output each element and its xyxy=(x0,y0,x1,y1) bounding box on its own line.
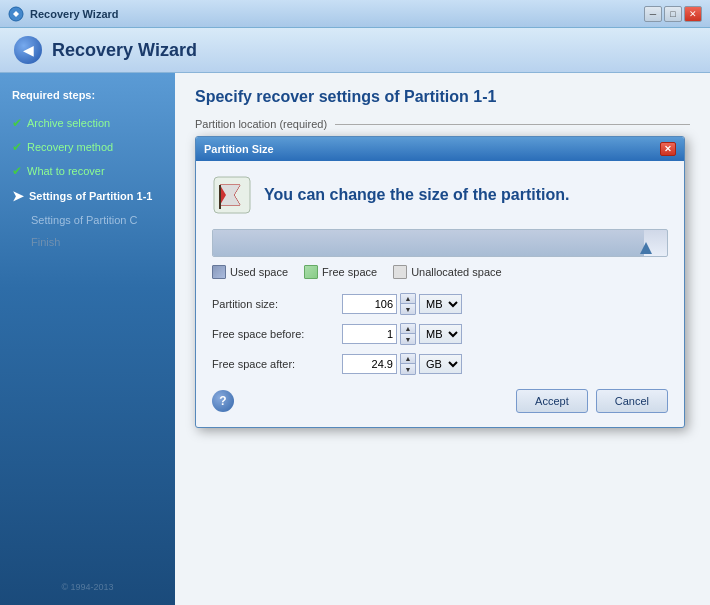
sidebar-item-recovery-method[interactable]: ✔ Recovery method xyxy=(0,135,175,159)
title-bar-left: Recovery Wizard xyxy=(8,6,119,22)
window-title: Recovery Wizard xyxy=(30,8,119,20)
free-space-after-input-group: ▲ ▼ GB MB KB xyxy=(342,353,462,375)
modal-header-row: You can change the size of the partition… xyxy=(212,175,668,215)
modal-title: Partition Size xyxy=(204,143,274,155)
free-space-item[interactable]: Free space xyxy=(304,265,377,279)
modal-footer-buttons: Accept Cancel xyxy=(516,389,668,413)
app-title: Recovery Wizard xyxy=(52,40,197,61)
free-space-before-down[interactable]: ▼ xyxy=(401,334,415,344)
back-button[interactable]: ◀ xyxy=(14,36,42,64)
content-area: Specify recover settings of Partition 1-… xyxy=(175,73,710,605)
partition-size-unit[interactable]: MB GB KB xyxy=(419,294,462,314)
used-space-item[interactable]: Used space xyxy=(212,265,288,279)
space-types-row: Used space Free space Unallocated space xyxy=(212,265,668,279)
partition-size-label: Partition size: xyxy=(212,298,342,310)
check-icon-what: ✔ xyxy=(12,164,22,178)
partition-size-input[interactable] xyxy=(342,294,397,314)
free-space-before-input[interactable] xyxy=(342,324,397,344)
sidebar-label-what: What to recover xyxy=(27,165,105,177)
partition-size-row: Partition size: ▲ ▼ MB GB KB xyxy=(212,293,668,315)
size-bar-fill xyxy=(213,230,644,256)
page-title: Specify recover settings of Partition 1-… xyxy=(195,88,690,106)
accept-button[interactable]: Accept xyxy=(516,389,588,413)
free-space-checkbox[interactable] xyxy=(304,265,318,279)
partition-size-up[interactable]: ▲ xyxy=(401,294,415,304)
svg-marker-5 xyxy=(640,242,652,254)
free-space-after-up[interactable]: ▲ xyxy=(401,354,415,364)
free-space-after-input[interactable] xyxy=(342,354,397,374)
modal-header-text: You can change the size of the partition… xyxy=(264,186,570,204)
free-space-before-up[interactable]: ▲ xyxy=(401,324,415,334)
modal-body: You can change the size of the partition… xyxy=(196,161,684,427)
title-bar: Recovery Wizard ─ □ ✕ xyxy=(0,0,710,28)
arrow-icon-active: ➤ xyxy=(12,188,24,204)
sidebar-item-archive-selection[interactable]: ✔ Archive selection xyxy=(0,111,175,135)
free-space-before-input-group: ▲ ▼ MB GB KB xyxy=(342,323,462,345)
sidebar: Required steps: ✔ Archive selection ✔ Re… xyxy=(0,73,175,605)
sidebar-item-settings-partition-c[interactable]: Settings of Partition C xyxy=(0,209,175,231)
modal-close-button[interactable]: ✕ xyxy=(660,142,676,156)
free-space-before-unit[interactable]: MB GB KB xyxy=(419,324,462,344)
modal-footer: ? Accept Cancel xyxy=(212,389,668,413)
sidebar-title: Required steps: xyxy=(0,83,175,111)
sidebar-label-recovery: Recovery method xyxy=(27,141,113,153)
partition-location-label: Partition location (required) xyxy=(195,118,690,130)
app-icon xyxy=(8,6,24,22)
flag-icon xyxy=(212,175,252,215)
free-space-before-row: Free space before: ▲ ▼ MB GB KB xyxy=(212,323,668,345)
free-space-after-label: Free space after: xyxy=(212,358,342,370)
back-icon: ◀ xyxy=(23,42,34,58)
main-container: Required steps: ✔ Archive selection ✔ Re… xyxy=(0,73,710,605)
minimize-button[interactable]: ─ xyxy=(644,6,662,22)
partition-size-dialog: Partition Size ✕ You can change t xyxy=(195,136,685,428)
used-space-checkbox[interactable] xyxy=(212,265,226,279)
check-icon-recovery: ✔ xyxy=(12,140,22,154)
modal-title-bar: Partition Size ✕ xyxy=(196,137,684,161)
free-space-before-spinner: ▲ ▼ xyxy=(400,323,416,345)
partition-size-input-group: ▲ ▼ MB GB KB xyxy=(342,293,462,315)
sidebar-label-settings-c: Settings of Partition C xyxy=(31,214,137,226)
unallocated-space-item[interactable]: Unallocated space xyxy=(393,265,502,279)
restore-button[interactable]: □ xyxy=(664,6,682,22)
free-space-after-down[interactable]: ▼ xyxy=(401,364,415,374)
size-bar-handle[interactable] xyxy=(640,242,652,254)
app-header: ◀ Recovery Wizard xyxy=(0,28,710,73)
partition-size-down[interactable]: ▼ xyxy=(401,304,415,314)
sidebar-label-finish: Finish xyxy=(31,236,60,248)
free-space-after-row: Free space after: ▲ ▼ GB MB KB xyxy=(212,353,668,375)
sidebar-item-settings-partition-1-1[interactable]: ➤ Settings of Partition 1-1 xyxy=(0,183,175,209)
sidebar-label-settings-1-1: Settings of Partition 1-1 xyxy=(29,190,152,202)
partition-size-spinner: ▲ ▼ xyxy=(400,293,416,315)
modal-cancel-button[interactable]: Cancel xyxy=(596,389,668,413)
unalloc-space-label: Unallocated space xyxy=(411,266,502,278)
used-space-label: Used space xyxy=(230,266,288,278)
unalloc-space-checkbox[interactable] xyxy=(393,265,407,279)
free-space-after-unit[interactable]: GB MB KB xyxy=(419,354,462,374)
watermark: © 1994-2013 xyxy=(0,574,175,600)
free-space-label: Free space xyxy=(322,266,377,278)
sidebar-label-archive: Archive selection xyxy=(27,117,110,129)
free-space-after-spinner: ▲ ▼ xyxy=(400,353,416,375)
sidebar-item-what-to-recover[interactable]: ✔ What to recover xyxy=(0,159,175,183)
title-bar-buttons: ─ □ ✕ xyxy=(644,6,702,22)
close-button[interactable]: ✕ xyxy=(684,6,702,22)
partition-size-bar[interactable] xyxy=(212,229,668,257)
check-icon-archive: ✔ xyxy=(12,116,22,130)
free-space-before-label: Free space before: xyxy=(212,328,342,340)
sidebar-item-finish: Finish xyxy=(0,231,175,253)
modal-help-button[interactable]: ? xyxy=(212,390,234,412)
